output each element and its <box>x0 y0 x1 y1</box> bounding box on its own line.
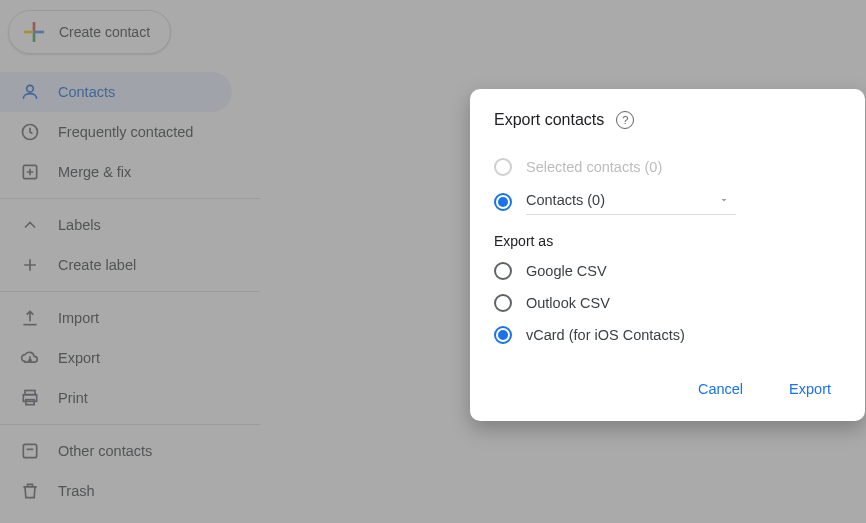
plus-small-icon <box>20 255 40 275</box>
radio-icon[interactable] <box>494 262 512 280</box>
sidebar-item-label: Trash <box>58 483 95 499</box>
radio-selected-contacts: Selected contacts (0) <box>494 151 841 183</box>
sidebar-item-label: Import <box>58 310 99 326</box>
select-value: Contacts (0) <box>526 192 605 208</box>
radio-icon[interactable] <box>494 294 512 312</box>
merge-icon <box>20 162 40 182</box>
sidebar-item-import[interactable]: Import <box>0 298 232 338</box>
sidebar-item-label: Other contacts <box>58 443 152 459</box>
create-contact-label: Create contact <box>59 24 150 40</box>
help-icon[interactable]: ? <box>616 111 634 129</box>
sidebar-item-merge-fix[interactable]: Merge & fix <box>0 152 232 192</box>
sidebar-item-frequently-contacted[interactable]: Frequently contacted <box>0 112 232 152</box>
radio-icon[interactable] <box>494 326 512 344</box>
sidebar: Create contact Contacts Frequently conta… <box>0 0 260 511</box>
radio-contacts-dropdown[interactable]: Contacts (0) <box>494 183 841 215</box>
export-contacts-dialog: Export contacts ? Selected contacts (0) … <box>470 89 865 421</box>
radio-google-csv[interactable]: Google CSV <box>494 255 841 287</box>
dialog-header: Export contacts ? <box>494 111 841 129</box>
sidebar-item-label: Merge & fix <box>58 164 131 180</box>
cancel-button[interactable]: Cancel <box>688 373 753 405</box>
sidebar-item-label: Print <box>58 390 88 406</box>
dialog-actions: Cancel Export <box>494 373 841 405</box>
sidebar-item-other-contacts[interactable]: Other contacts <box>0 431 232 471</box>
sidebar-item-export[interactable]: Export <box>0 338 232 378</box>
svg-rect-6 <box>23 444 36 457</box>
svg-point-0 <box>27 85 34 92</box>
create-contact-button[interactable]: Create contact <box>8 10 171 54</box>
radio-label: Selected contacts (0) <box>526 159 662 175</box>
sidebar-item-label: Frequently contacted <box>58 124 193 140</box>
radio-label: Google CSV <box>526 263 607 279</box>
export-button[interactable]: Export <box>779 373 841 405</box>
person-icon <box>20 82 40 102</box>
trash-icon <box>20 481 40 501</box>
upload-icon <box>20 308 40 328</box>
sidebar-labels-header[interactable]: Labels <box>0 205 232 245</box>
radio-icon[interactable] <box>494 193 512 211</box>
chevron-down-icon <box>718 194 730 206</box>
cloud-download-icon <box>20 348 40 368</box>
divider <box>0 198 260 199</box>
history-icon <box>20 122 40 142</box>
divider <box>0 291 260 292</box>
sidebar-labels-label: Labels <box>58 217 101 233</box>
sidebar-item-label: Create label <box>58 257 136 273</box>
contacts-select[interactable]: Contacts (0) <box>526 188 736 215</box>
sidebar-item-label: Export <box>58 350 100 366</box>
chevron-up-icon <box>20 215 40 235</box>
radio-vcard[interactable]: vCard (for iOS Contacts) <box>494 319 841 351</box>
radio-label: vCard (for iOS Contacts) <box>526 327 685 343</box>
export-as-title: Export as <box>494 233 841 249</box>
sidebar-item-contacts[interactable]: Contacts <box>0 72 232 112</box>
plus-icon <box>21 19 47 45</box>
print-icon <box>20 388 40 408</box>
sidebar-item-label: Contacts <box>58 84 115 100</box>
sidebar-item-print[interactable]: Print <box>0 378 232 418</box>
divider <box>0 424 260 425</box>
radio-outlook-csv[interactable]: Outlook CSV <box>494 287 841 319</box>
archive-icon <box>20 441 40 461</box>
sidebar-item-trash[interactable]: Trash <box>0 471 232 511</box>
radio-icon <box>494 158 512 176</box>
radio-label: Outlook CSV <box>526 295 610 311</box>
dialog-title: Export contacts <box>494 111 604 129</box>
sidebar-create-label[interactable]: Create label <box>0 245 232 285</box>
